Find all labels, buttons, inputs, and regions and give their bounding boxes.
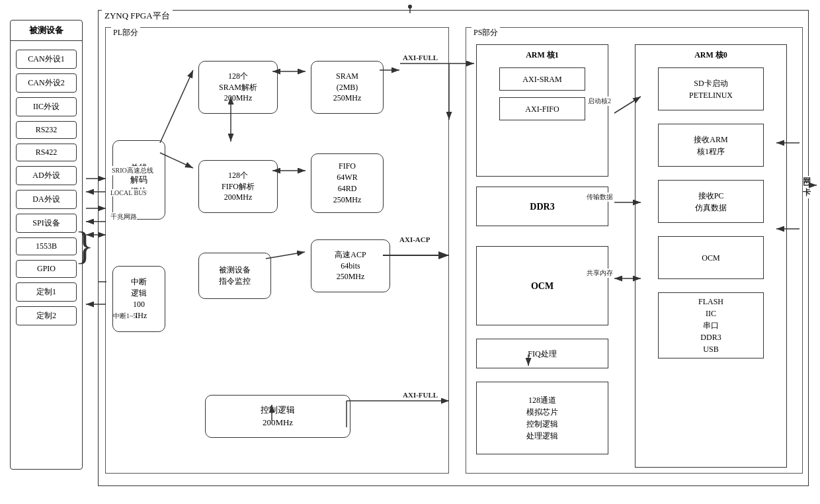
srio-label: SRIO高速总线 [112, 166, 153, 175]
device-item: CAN外设1 [16, 50, 77, 69]
axi-sram-box: AXI-SRAM [499, 67, 585, 91]
local-bus-label: LOCAL BUS [110, 189, 147, 196]
ps-title: PS部分 [472, 27, 500, 38]
sd-boot-box: SD卡启动 PETELINUX [658, 67, 764, 110]
fifo-right-block: FIFO 64WR 64RD 250MHz [311, 153, 384, 213]
device-item: RS232 [16, 121, 77, 139]
sram-right-block: SRAM (2MB) 250MHz [311, 61, 384, 114]
diagram-container: 被测设备 CAN外设1CAN外设2IIC外设RS232RS422AD外设DA外设… [0, 0, 820, 504]
arm0-box: ARM 核0 SD卡启动 PETELINUX 接收ARM 核1程序 接收PC 仿… [635, 44, 787, 468]
axi-full1-label: AXI-FULL [403, 54, 438, 62]
pl-title: PL部分 [111, 27, 140, 38]
transfer-data-label: 传输数据 [587, 192, 613, 202]
device-item: 定制2 [16, 306, 77, 325]
axi-fifo-box: AXI-FIFO [499, 97, 585, 120]
gigabit-label: 千兆网路 [110, 212, 137, 222]
boot-core2-label: 启动核2 [588, 97, 611, 106]
device-item: IIC外设 [16, 97, 77, 116]
arm1-label: ARM 核1 [477, 49, 608, 61]
fpga-outer: ZYNQ FPGA平台 PL部分 总线 解码 模块 128个 SRAM解析 20… [98, 10, 809, 486]
control-logic-block: 控制逻辑 200MHz [205, 395, 350, 438]
axi-full2-label: AXI-FULL [403, 391, 438, 399]
interrupt-label: 中断1~5 [113, 312, 136, 321]
device-list: CAN外设1CAN外设2IIC外设RS232RS422AD外设DA外设SPI设备… [11, 44, 82, 331]
device-item: GPIO [16, 260, 77, 278]
device-item: DA外设 [16, 190, 77, 209]
fpga-title: ZYNQ FPGA平台 [102, 10, 173, 22]
device-item: 定制1 [16, 282, 77, 302]
arm0-label: ARM 核0 [636, 49, 786, 61]
ocm-block: OCM [476, 246, 608, 325]
high-acp-block: 高速ACP 64bits 250MHz [311, 239, 390, 292]
network-card-label: 网卡 [803, 176, 811, 198]
pl-section: PL部分 总线 解码 模块 128个 SRAM解析 200MHz 128个 FI… [105, 27, 449, 474]
fifo-parse-block: 128个 FIFO解析 200MHz [198, 160, 278, 213]
ch128-block: 128通道 模拟芯片 控制逻辑 处理逻辑 [476, 382, 608, 454]
device-item: RS422 [16, 144, 77, 161]
left-panel-title: 被测设备 [11, 21, 82, 41]
device-item: 1553B [16, 237, 77, 255]
ocm2-box: OCM [658, 236, 764, 279]
svg-point-35 [408, 5, 412, 9]
arm1-box: ARM 核1 AXI-SRAM AXI-FIFO [476, 44, 608, 177]
device-item: AD外设 [16, 166, 77, 185]
flash-box: FLASH IIC 串口 DDR3 USB [658, 292, 764, 358]
shared-mem-label: 共享内存 [587, 269, 613, 278]
recv-arm-box: 接收ARM 核1程序 [658, 124, 764, 167]
bus-decode-block: 总线 解码 模块 [112, 140, 165, 220]
recv-pc-box: 接收PC 仿真数据 [658, 180, 764, 223]
sram-parse-block: 128个 SRAM解析 200MHz [198, 61, 278, 114]
device-item: SPI设备 [16, 214, 77, 233]
left-panel: 被测设备 CAN外设1CAN外设2IIC外设RS232RS422AD外设DA外设… [10, 20, 83, 470]
device-item: CAN外设2 [16, 73, 77, 93]
interrupt-logic-block: 中断 逻辑 100 MHz [112, 266, 165, 332]
fiq-block: FIQ处理 [476, 339, 608, 368]
brace-symbol: } [75, 54, 94, 437]
axi-acp-label: AXI-ACP [399, 235, 430, 243]
ps-section: PS部分 ARM 核1 AXI-SRAM AXI-FIFO DDR3 OCM [466, 27, 803, 474]
device-monitor-block: 被测设备 指令监控 [198, 253, 271, 299]
